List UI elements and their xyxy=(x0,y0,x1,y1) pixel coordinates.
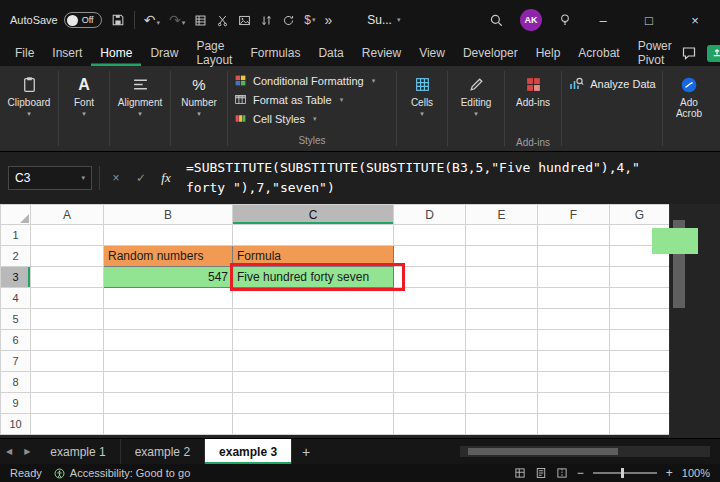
row-header-4[interactable]: 4 xyxy=(1,288,31,309)
ribbon-group-alignment[interactable]: Alignment ▾ xyxy=(110,66,170,151)
cell-A5[interactable] xyxy=(31,309,104,330)
cell-D1[interactable] xyxy=(394,225,466,246)
undo-button[interactable]: ↶▾ xyxy=(144,13,160,27)
cell-G7[interactable] xyxy=(610,351,670,372)
zoom-out-button[interactable]: − xyxy=(577,466,584,480)
page-break-view-icon[interactable] xyxy=(556,467,568,479)
cell-E3[interactable] xyxy=(466,267,538,288)
row-header-8[interactable]: 8 xyxy=(1,372,31,393)
cell-F5[interactable] xyxy=(538,309,610,330)
maximize-button[interactable]: □ xyxy=(634,13,664,28)
ribbon-tab-power-pivot[interactable]: Power Pivot xyxy=(629,40,681,66)
ribbon-tab-formulas[interactable]: Formulas xyxy=(241,40,309,66)
row-header-1[interactable]: 1 xyxy=(1,225,31,246)
chevron-down-icon[interactable]: ▾ xyxy=(156,19,160,26)
column-header-B[interactable]: B xyxy=(104,205,233,225)
sheet-tab-example-2[interactable]: example 2 xyxy=(121,439,205,464)
cell-E4[interactable] xyxy=(466,288,538,309)
ribbon-group-addins[interactable]: Add-ins Add-ins xyxy=(505,66,561,151)
row-header-2[interactable]: 2 xyxy=(1,246,31,267)
ribbon-group-cells[interactable]: Cells ▾ xyxy=(397,66,447,151)
cell-C4[interactable] xyxy=(233,288,394,309)
analyze-data-button[interactable]: Analyze Data xyxy=(568,76,655,92)
sheet-nav-left-icon[interactable]: ◀ xyxy=(0,439,18,464)
cell-D7[interactable] xyxy=(394,351,466,372)
column-header-C[interactable]: C xyxy=(233,205,394,225)
zoom-level[interactable]: 100% xyxy=(682,467,710,479)
cell-C9[interactable] xyxy=(233,393,394,414)
share-button[interactable] xyxy=(707,45,720,62)
ribbon-tab-page-layout[interactable]: Page Layout xyxy=(187,40,241,66)
ribbon-tab-review[interactable]: Review xyxy=(353,40,410,66)
cell-C6[interactable] xyxy=(233,330,394,351)
cell-A2[interactable] xyxy=(31,246,104,267)
format-as-table-button[interactable]: Format as Table ▾ xyxy=(234,90,390,109)
cancel-button[interactable]: × xyxy=(107,171,125,185)
cell-B5[interactable] xyxy=(104,309,233,330)
cell-F9[interactable] xyxy=(538,393,610,414)
cell-E6[interactable] xyxy=(466,330,538,351)
picture-icon[interactable] xyxy=(238,14,251,27)
cell-E1[interactable] xyxy=(466,225,538,246)
enter-button[interactable]: ✓ xyxy=(132,171,150,185)
chevron-down-icon[interactable]: ▾ xyxy=(182,19,186,26)
comments-icon[interactable] xyxy=(681,45,697,61)
minimize-button[interactable]: – xyxy=(588,13,618,28)
ribbon-tab-view[interactable]: View xyxy=(410,40,454,66)
conditional-formatting-button[interactable]: Conditional Formatting ▾ xyxy=(234,71,390,90)
cell-C1[interactable] xyxy=(233,225,394,246)
ribbon-tab-data[interactable]: Data xyxy=(309,40,352,66)
cell-G4[interactable] xyxy=(610,288,670,309)
cell-B9[interactable] xyxy=(104,393,233,414)
horizontal-scrollbar[interactable] xyxy=(460,446,710,457)
cell-D4[interactable] xyxy=(394,288,466,309)
ribbon-tab-insert[interactable]: Insert xyxy=(43,40,91,66)
workbook-title[interactable]: Su... ▾ xyxy=(367,13,400,27)
column-header-E[interactable]: E xyxy=(466,205,538,225)
zoom-slider-thumb[interactable] xyxy=(621,468,624,478)
row-header-5[interactable]: 5 xyxy=(1,309,31,330)
cell-B3[interactable]: 547 xyxy=(104,267,233,288)
cell-D6[interactable] xyxy=(394,330,466,351)
column-header-G[interactable]: G xyxy=(610,205,670,225)
add-sheet-button[interactable]: + xyxy=(292,439,320,464)
sort-icon[interactable] xyxy=(260,14,273,27)
sheet-nav-right-icon[interactable]: ▶ xyxy=(18,439,36,464)
ribbon-tab-acrobat[interactable]: Acrobat xyxy=(569,40,628,66)
lightbulb-icon[interactable] xyxy=(558,13,572,27)
more-commands-button[interactable]: » xyxy=(324,13,332,27)
cell-B6[interactable] xyxy=(104,330,233,351)
cell-D8[interactable] xyxy=(394,372,466,393)
column-header-F[interactable]: F xyxy=(538,205,610,225)
sheet-tab-example-3[interactable]: example 3 xyxy=(205,439,292,464)
ribbon-tab-help[interactable]: Help xyxy=(527,40,570,66)
cell-D5[interactable] xyxy=(394,309,466,330)
currency-icon[interactable]: $▾ xyxy=(304,13,315,27)
close-button[interactable]: × xyxy=(680,13,710,28)
cell-B10[interactable] xyxy=(104,414,233,435)
sheet-tab-example-1[interactable]: example 1 xyxy=(36,439,120,464)
cell-E8[interactable] xyxy=(466,372,538,393)
ribbon-group-clipboard[interactable]: Clipboard ▾ xyxy=(0,66,58,151)
cell-B2[interactable]: Random numbers xyxy=(104,246,233,267)
cell-styles-button[interactable]: Cell Styles ▾ xyxy=(234,109,390,128)
horizontal-scrollbar-thumb[interactable] xyxy=(468,448,618,455)
cell-C7[interactable] xyxy=(233,351,394,372)
row-header-10[interactable]: 10 xyxy=(1,414,31,435)
cell-B7[interactable] xyxy=(104,351,233,372)
row-header-6[interactable]: 6 xyxy=(1,330,31,351)
row-header-3[interactable]: 3 xyxy=(1,267,31,288)
cell-F6[interactable] xyxy=(538,330,610,351)
cell-C10[interactable] xyxy=(233,414,394,435)
cell-C3[interactable]: Five hundred forty seven xyxy=(233,267,394,288)
row-header-9[interactable]: 9 xyxy=(1,393,31,414)
save-icon[interactable] xyxy=(111,13,125,27)
ribbon-tab-home[interactable]: Home xyxy=(91,40,141,66)
ribbon-tab-file[interactable]: File xyxy=(6,40,43,66)
ribbon-group-number[interactable]: % Number ▾ xyxy=(171,66,227,151)
name-box[interactable]: C3 ▾ xyxy=(8,166,92,190)
sheet-icon[interactable] xyxy=(194,14,207,27)
select-all-button[interactable] xyxy=(1,205,31,225)
cell-A9[interactable] xyxy=(31,393,104,414)
cell-D2[interactable] xyxy=(394,246,466,267)
